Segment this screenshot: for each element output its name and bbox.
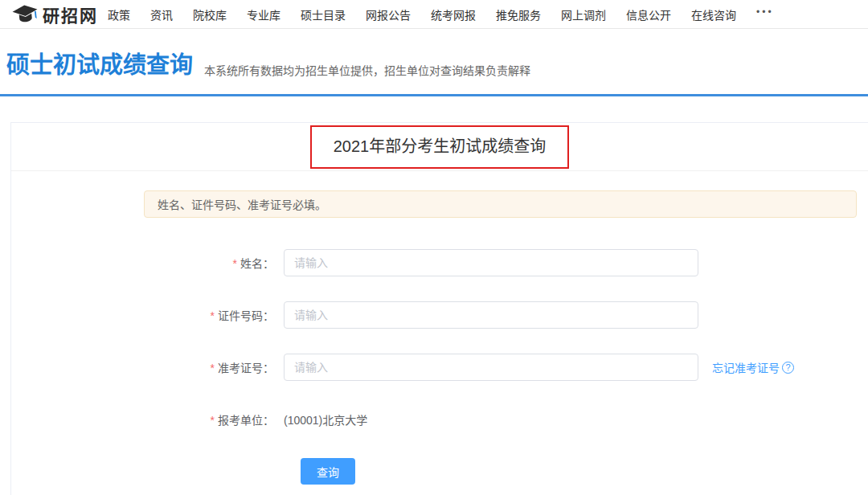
target-unit-label: *报考单位： [144,411,274,428]
red-annotation-box: 2021年部分考生初试成绩查询 [310,125,570,169]
id-number-input[interactable] [284,301,698,329]
required-asterisk: * [211,309,215,322]
header-divider [0,94,868,96]
nav-item-wangbaogonggao[interactable]: 网报公告 [366,6,411,22]
site-logo[interactable]: 研招网 [12,2,98,27]
required-asterisk: * [211,362,215,374]
nav-item-wangshangtiaoji[interactable]: 网上调剂 [561,6,606,22]
page-header: 硕士初试成绩查询 本系统所有数据均为招生单位提供，招生单位对查询结果负责解释 [0,29,868,94]
card-title: 2021年部分考生初试成绩查询 [334,137,547,155]
form-row-ticket-number: *准考证号： 忘记准考证号? [144,354,868,381]
forgot-ticket-link-label: 忘记准考证号 [712,359,780,375]
id-number-label: *证件号码： [144,307,274,323]
required-asterisk: * [233,257,237,270]
nav-item-xinxigongkai[interactable]: 信息公开 [626,6,671,22]
form-row-id-number: *证件号码： [144,301,868,329]
target-unit-value: (10001)北京大学 [284,411,367,428]
page-subtitle: 本系统所有数据均为招生单位提供，招生单位对查询结果负责解释 [204,62,530,78]
submit-row: 查询 [301,458,868,485]
nav-more-ellipsis-icon[interactable]: ••• [756,6,774,22]
nav-item-zaixianzixun[interactable]: 在线咨询 [691,6,736,22]
ticket-number-label: *准考证号： [144,359,274,375]
name-label: *姓名： [144,255,274,271]
page-title: 硕士初试成绩查询 [6,54,193,77]
nav-item-zhengce[interactable]: 政策 [108,6,130,22]
card-header: 2021年部分考生初试成绩查询 [11,123,868,171]
forgot-ticket-link[interactable]: 忘记准考证号? [712,359,794,375]
query-card: 2021年部分考生初试成绩查询 姓名、证件号码、准考证号必填。 *姓名： *证件… [10,122,868,495]
graduation-cap-icon [12,4,39,25]
nav-item-shuoshimulu[interactable]: 硕士目录 [301,6,346,22]
nav-item-tongkaowangbao[interactable]: 统考网报 [431,6,476,22]
form-row-name: *姓名： [144,249,868,276]
nav-menu: 政策 资讯 院校库 专业库 硕士目录 网报公告 统考网报 推免服务 网上调剂 信… [108,6,774,22]
top-navbar: 研招网 政策 资讯 院校库 专业库 硕士目录 网报公告 统考网报 推免服务 网上… [0,0,868,29]
nav-item-zhuanyeku[interactable]: 专业库 [247,6,280,22]
nav-item-yuanxiaoku[interactable]: 院校库 [193,6,227,22]
form-row-target-unit: *报考单位： (10001)北京大学 [144,406,868,433]
name-input[interactable] [284,249,698,276]
required-asterisk: * [211,414,215,427]
site-logo-text: 研招网 [43,2,98,27]
query-button[interactable]: 查询 [301,458,355,485]
nav-item-tuimianfuwu[interactable]: 推免服务 [496,6,541,22]
ticket-number-input[interactable] [284,354,698,381]
required-fields-alert: 姓名、证件号码、准考证号必填。 [144,190,857,218]
score-query-form: *姓名： *证件号码： *准考证号： 忘记准考证号? *报考单位： (10001… [11,249,868,485]
nav-item-zixun[interactable]: 资讯 [150,6,173,22]
alert-message: 姓名、证件号码、准考证号必填。 [158,196,326,212]
question-circle-icon: ? [782,362,794,374]
